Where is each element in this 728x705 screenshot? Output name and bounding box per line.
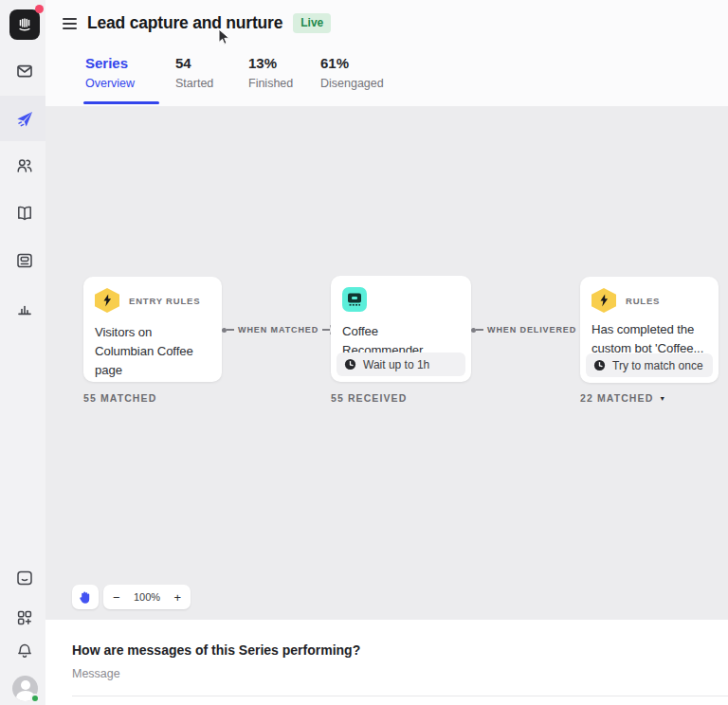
stat-text: 55 RECEIVED — [331, 392, 407, 404]
stat-label: Started — [175, 77, 213, 90]
node-coffee-recommender[interactable]: Coffee Recommender Wait up to 1h — [331, 276, 471, 382]
node-title: Visitors on Columbian Coffee page — [95, 323, 210, 379]
match-rule-label: Try to match once — [612, 359, 703, 372]
notifications-icon[interactable] — [15, 642, 34, 660]
panel-heading: How are messages of this Series performi… — [72, 642, 360, 658]
stat-value: 13% — [248, 55, 293, 71]
main-nav-sidebar — [0, 0, 46, 705]
stat-value: Series — [85, 55, 135, 71]
stat-text: 55 MATCHED — [83, 392, 156, 404]
lightning-hexagon-icon — [592, 288, 616, 313]
node-rules[interactable]: RULES Has completed the custom bot 'Coff… — [580, 277, 719, 383]
pan-tool-button[interactable] — [72, 585, 99, 609]
messenger-icon[interactable] — [15, 569, 34, 588]
zoom-in-button[interactable]: + — [173, 591, 181, 604]
node-entry-rules[interactable]: ENTRY RULES Visitors on Columbian Coffee… — [83, 277, 222, 382]
stat-label: Disengaged — [320, 77, 384, 90]
node-stat-matched: 55 MATCHED — [83, 392, 156, 404]
stat-label: Finished — [248, 77, 293, 90]
node-wait-rule: Wait up to 1h — [337, 352, 465, 376]
stat-started: 54 Started — [175, 55, 213, 90]
node-stat-matched-dropdown[interactable]: 22 MATCHED ▼ — [580, 392, 666, 404]
app-store-icon[interactable] — [15, 608, 34, 627]
divider — [72, 696, 728, 696]
inbox-icon[interactable] — [15, 62, 34, 81]
status-badge: Live — [293, 13, 331, 33]
message-column-header: Message — [72, 667, 120, 680]
clock-icon — [344, 358, 356, 371]
stat-finished: 13% Finished — [248, 55, 293, 90]
connector-when-matched: WHEN MATCHED — [222, 323, 337, 336]
series-editor-window: Lead capture and nurture Live Series Ove… — [0, 0, 728, 705]
node-stat-received: 55 RECEIVED — [331, 392, 407, 404]
reports-icon[interactable] — [15, 298, 34, 317]
messenger-frame-icon[interactable] — [15, 251, 34, 270]
clock-icon — [593, 359, 606, 371]
connector-label: WHEN MATCHED — [238, 325, 318, 334]
lightning-hexagon-icon — [95, 288, 119, 313]
stat-text: 22 MATCHED — [580, 392, 653, 404]
outbound-icon[interactable] — [15, 109, 34, 128]
series-canvas[interactable]: ENTRY RULES Visitors on Columbian Coffee… — [46, 106, 728, 620]
active-tab-underline — [83, 101, 159, 104]
page-title: Lead capture and nurture — [87, 13, 282, 33]
connector-label: WHEN DELIVERED — [487, 325, 576, 334]
node-type-badge: ENTRY RULES — [129, 296, 200, 306]
stat-value: 54 — [175, 55, 213, 71]
messages-performance-panel: How are messages of this Series performi… — [46, 620, 728, 705]
knowledge-base-icon[interactable] — [15, 204, 34, 223]
zoom-level: 100% — [134, 591, 160, 603]
notification-dot — [35, 5, 44, 13]
contacts-icon[interactable] — [15, 156, 34, 175]
intercom-logo[interactable] — [9, 9, 40, 40]
series-header: Lead capture and nurture Live Series Ove… — [46, 0, 728, 106]
stat-disengaged: 61% Disengaged — [320, 55, 384, 90]
stat-value: 61% — [320, 55, 384, 71]
menu-icon[interactable] — [63, 16, 77, 31]
node-type-badge: RULES — [626, 296, 660, 306]
online-status-dot — [30, 694, 40, 703]
tab-series-overview[interactable]: Series Overview — [85, 55, 135, 90]
connector-when-delivered: WHEN DELIVERED — [471, 323, 595, 336]
user-avatar[interactable] — [12, 676, 38, 701]
node-title: Has completed the custom bot 'Coffee... — [592, 320, 707, 358]
hand-icon — [79, 590, 92, 605]
zoom-out-button[interactable]: − — [113, 591, 120, 604]
wait-rule-label: Wait up to 1h — [363, 358, 429, 371]
zoom-controls: − 100% + — [103, 585, 191, 609]
stat-label: Overview — [85, 77, 135, 90]
chat-bot-icon — [342, 287, 367, 312]
mouse-cursor — [218, 28, 231, 45]
chevron-down-icon[interactable]: ▼ — [659, 395, 666, 402]
node-match-rule: Try to match once — [586, 353, 713, 377]
